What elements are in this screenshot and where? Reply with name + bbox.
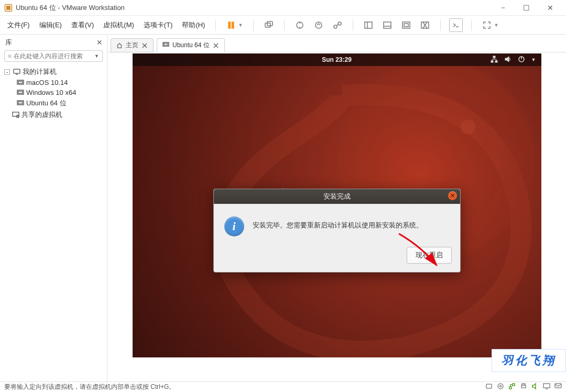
chevron-down-icon[interactable]: ▼ — [531, 57, 536, 62]
window-maximize-button[interactable]: ☐ — [515, 1, 538, 15]
snapshot-icon[interactable] — [293, 18, 307, 32]
send-ctrl-alt-del-icon[interactable] — [262, 18, 276, 32]
vm-icon — [17, 100, 24, 107]
tab-home[interactable]: 主页 — [111, 38, 154, 52]
svg-rect-10 — [365, 22, 372, 28]
collapse-icon[interactable]: - — [4, 69, 10, 75]
fullscreen-icon[interactable] — [480, 18, 494, 32]
status-disk-icon[interactable] — [485, 383, 493, 391]
svg-point-7 — [315, 22, 322, 28]
home-icon — [116, 42, 123, 49]
svg-point-32 — [461, 119, 475, 134]
search-input[interactable] — [14, 52, 92, 60]
svg-line-18 — [10, 57, 12, 58]
window-minimize-button[interactable]: － — [491, 1, 515, 15]
manage-snapshots-icon[interactable] — [331, 18, 344, 32]
dialog-titlebar[interactable]: 安装完成 ✕ — [214, 189, 460, 204]
window-titlebar: Ubuntu 64 位 - VMware Workstation － ☐ ✕ — [0, 0, 566, 16]
svg-rect-5 — [267, 21, 273, 26]
volume-icon[interactable] — [504, 56, 511, 64]
sidebar-close-button[interactable]: ✕ — [96, 38, 103, 47]
svg-point-39 — [498, 384, 503, 389]
quick-switch-icon[interactable] — [380, 18, 394, 32]
svg-rect-35 — [495, 61, 497, 62]
status-message-icon[interactable] — [554, 383, 562, 391]
app-logo-icon — [4, 4, 13, 12]
svg-rect-3 — [232, 22, 234, 28]
svg-rect-15 — [404, 24, 408, 27]
search-dropdown-icon[interactable]: ▼ — [94, 53, 99, 59]
svg-rect-34 — [491, 61, 493, 62]
watermark-corner: 羽化飞翔 — [492, 349, 566, 372]
status-printer-icon[interactable] — [520, 383, 527, 391]
svg-rect-22 — [18, 81, 23, 83]
restart-now-button[interactable]: 现在重启 — [407, 247, 452, 264]
svg-rect-12 — [384, 22, 391, 28]
tab-home-label: 主页 — [126, 41, 138, 50]
svg-rect-42 — [513, 384, 515, 386]
svg-rect-47 — [555, 384, 561, 388]
status-display-icon[interactable] — [543, 383, 550, 391]
tree-vm-macos[interactable]: macOS 10.14 — [2, 78, 105, 88]
svg-rect-33 — [493, 56, 495, 58]
svg-rect-30 — [164, 43, 168, 45]
shared-icon — [12, 111, 19, 118]
svg-rect-1 — [6, 6, 10, 10]
menu-edit[interactable]: 编辑(E) — [37, 18, 64, 32]
vm-icon — [17, 79, 24, 86]
revert-icon[interactable] — [312, 18, 325, 32]
sidebar-search[interactable]: ▼ — [4, 50, 103, 62]
tab-close-icon[interactable] — [142, 42, 148, 49]
info-icon: i — [224, 216, 244, 236]
svg-point-17 — [8, 55, 10, 57]
svg-rect-38 — [486, 384, 492, 388]
window-close-button[interactable]: ✕ — [538, 1, 562, 15]
vm-tab-icon — [162, 41, 169, 50]
svg-rect-27 — [13, 112, 19, 116]
install-complete-dialog: 安装完成 ✕ i 安装完毕。您需要重新启动计算机以使用新安装的系统。 现在重启 — [213, 189, 461, 273]
monitor-icon — [13, 68, 20, 75]
tree-shared-label: 共享的虚拟机 — [21, 110, 62, 119]
sidebar: 库 ✕ ▼ - 我的计算机 macOS 10.14 Windows 10 x64 — [0, 35, 107, 382]
svg-rect-24 — [18, 91, 23, 93]
menu-vm[interactable]: 虚拟机(M) — [101, 18, 136, 32]
tree-vm-windows[interactable]: Windows 10 x64 — [2, 88, 105, 97]
vm-icon — [17, 89, 24, 96]
status-network-icon[interactable] — [508, 383, 516, 391]
network-icon[interactable] — [491, 56, 498, 64]
ubuntu-clock: Sun 23:29 — [322, 56, 352, 63]
menu-bar: 文件(F) 编辑(E) 查看(V) 虚拟机(M) 选项卡(T) 帮助(H) ▼ … — [0, 16, 566, 35]
status-sound-icon[interactable] — [531, 383, 539, 391]
console-icon[interactable] — [449, 18, 463, 32]
tree-my-computer[interactable]: - 我的计算机 — [2, 66, 105, 78]
menu-view[interactable]: 查看(V) — [69, 18, 96, 32]
status-text: 要将输入定向到该虚拟机，请在虚拟机内部单击或按 Ctrl+G。 — [4, 383, 175, 391]
tree-shared-vms[interactable]: 共享的虚拟机 — [2, 109, 105, 121]
search-icon — [8, 53, 12, 60]
unity-icon[interactable] — [399, 18, 413, 32]
svg-rect-26 — [18, 102, 23, 104]
sidebar-title: 库 — [5, 38, 96, 47]
menu-file[interactable]: 文件(F) — [5, 18, 32, 32]
vm-display-area[interactable]: Sun 23:29 ▼ 羽化飞翔 安装完成 ✕ — [107, 52, 566, 382]
svg-rect-44 — [522, 384, 525, 385]
thumbnail-icon[interactable] — [418, 18, 432, 32]
pause-dropdown-icon[interactable]: ▼ — [238, 23, 243, 28]
menu-tabs[interactable]: 选项卡(T) — [142, 18, 175, 32]
fullscreen-dropdown-icon[interactable]: ▼ — [494, 23, 498, 28]
svg-point-9 — [338, 22, 341, 25]
single-window-icon[interactable] — [362, 18, 375, 32]
menu-help[interactable]: 帮助(H) — [180, 18, 207, 32]
vm-screen[interactable]: Sun 23:29 ▼ 羽化飞翔 安装完成 ✕ — [133, 53, 541, 357]
tree-vm-label: Ubuntu 64 位 — [26, 99, 67, 108]
tree-vm-ubuntu[interactable]: Ubuntu 64 位 — [2, 97, 105, 109]
tab-vm-ubuntu[interactable]: Ubuntu 64 位 — [157, 38, 225, 52]
tree-vm-label: Windows 10 x64 — [26, 89, 76, 96]
status-cd-icon[interactable] — [497, 383, 504, 391]
svg-rect-45 — [543, 384, 550, 388]
pause-icon[interactable] — [224, 18, 238, 32]
power-icon[interactable] — [518, 56, 525, 64]
dialog-close-button[interactable]: ✕ — [448, 191, 457, 200]
tab-close-icon[interactable] — [213, 42, 219, 49]
status-bar: 要将输入定向到该虚拟机，请在虚拟机内部单击或按 Ctrl+G。 — [0, 382, 566, 392]
